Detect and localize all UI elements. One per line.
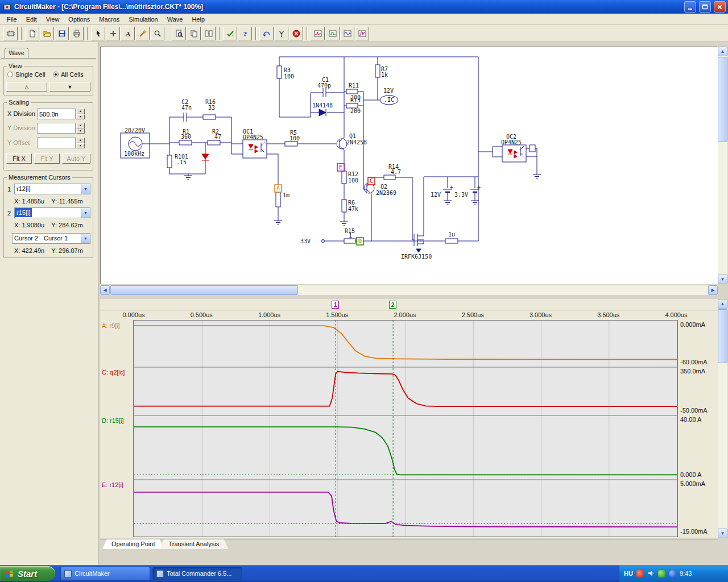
chevron-down-icon[interactable]: ▼	[81, 234, 90, 243]
cursor-difference-readout: X: 422.49n Y: 296.07m	[14, 247, 83, 254]
scroll-thumb[interactable]	[110, 285, 298, 295]
trace-label[interactable]: C: q2[ic]	[102, 369, 125, 376]
schematic-label: 1k	[381, 72, 388, 78]
zoom-tool-button[interactable]	[150, 27, 164, 40]
copy-button[interactable]	[187, 27, 201, 40]
minimize-button[interactable]	[684, 1, 696, 13]
time-axis: 0.000us0.500us1.000us1.500us2.000us2.500…	[100, 310, 718, 320]
tray-icon-red[interactable]	[636, 570, 644, 577]
schematic-label: R11	[349, 82, 359, 89]
scope-button-4[interactable]	[355, 27, 369, 40]
taskbar-task[interactable]: Total Commander 6.5...	[152, 567, 242, 580]
scroll-up-icon[interactable]: ▲	[718, 47, 727, 56]
tray-icon-green[interactable]	[658, 570, 665, 577]
taskbar-task[interactable]: CircuitMaker	[60, 567, 150, 580]
menu-edit[interactable]: Edit	[22, 15, 42, 24]
menu-wave[interactable]: Wave	[163, 15, 188, 24]
x-division-spinner[interactable]: ▴▾	[76, 109, 85, 119]
cursor-1-signal-combo[interactable]: r12[i] ▼	[14, 184, 90, 194]
volume-icon[interactable]	[647, 569, 655, 578]
scroll-right-icon[interactable]: ▶	[708, 285, 718, 295]
chevron-down-icon[interactable]: ▼	[81, 208, 90, 218]
trace-label[interactable]: D: r15[i]	[102, 417, 124, 424]
y-offset-label: Y Offset	[7, 139, 30, 146]
move-trace-up-button[interactable]: △	[6, 82, 47, 92]
cursor-flag-1[interactable]: 1	[332, 301, 339, 309]
chevron-down-icon[interactable]: ▼	[81, 184, 90, 194]
schematic-vscrollbar[interactable]: ▲ ▼	[718, 47, 727, 284]
scroll-left-icon[interactable]: ◀	[100, 285, 110, 295]
schematic-hscrollbar[interactable]: ◀ ▶	[100, 285, 718, 295]
scroll-thumb[interactable]	[718, 57, 727, 142]
scroll-thumb[interactable]	[718, 309, 727, 363]
circuit-button[interactable]	[3, 27, 18, 40]
y-offset-input[interactable]	[37, 138, 76, 148]
auto-y-button[interactable]: Auto Y	[62, 153, 90, 164]
menu-help[interactable]: Help	[187, 15, 209, 24]
menu-macros[interactable]: Macros	[94, 15, 124, 24]
open-button[interactable]	[40, 27, 54, 40]
menu-simulation[interactable]: Simulation	[124, 15, 162, 24]
spin-down-icon[interactable]: ▾	[76, 114, 85, 120]
task-label: Total Commander 6.5...	[167, 570, 231, 577]
menu-file[interactable]: File	[2, 15, 22, 24]
fit-y-button[interactable]: Fit Y	[34, 153, 60, 164]
tray-icon-ball[interactable]	[669, 570, 676, 577]
spin-up-icon[interactable]: ▴	[76, 138, 85, 143]
waveform-plot[interactable]	[134, 320, 677, 537]
move-trace-down-button[interactable]: ▼	[49, 82, 90, 92]
probe-tool-button[interactable]	[274, 27, 288, 40]
scope-button-3[interactable]	[340, 27, 354, 40]
trace-label[interactable]: E: r12[i]	[102, 481, 123, 488]
scroll-down-icon[interactable]: ▼	[718, 529, 727, 538]
cursor-difference-combo[interactable]: Cursor 2 - Cursor 1 ▼	[12, 233, 90, 244]
tab-wave[interactable]: Wave	[5, 48, 28, 58]
y-division-input[interactable]	[37, 123, 76, 134]
spin-up-icon[interactable]: ▴	[76, 123, 85, 128]
menu-view[interactable]: View	[42, 15, 64, 24]
menu-options[interactable]: Options	[64, 15, 94, 24]
x-division-input[interactable]	[37, 109, 76, 119]
new-button[interactable]	[25, 27, 39, 40]
undo-button[interactable]	[259, 27, 274, 40]
run-simulation-button[interactable]	[223, 27, 237, 40]
start-button[interactable]: Start	[0, 566, 55, 581]
language-indicator[interactable]: HU	[624, 570, 633, 577]
plus-tool-button[interactable]	[106, 27, 120, 40]
radio-single-cell[interactable]: Single Cell	[7, 71, 46, 78]
spin-up-icon[interactable]: ▴	[76, 109, 85, 114]
help-button[interactable]: ?	[238, 27, 252, 40]
text-tool-button[interactable]: A	[121, 27, 135, 40]
scroll-up-icon[interactable]: ▲	[718, 299, 727, 309]
scope-button-2[interactable]	[325, 27, 340, 40]
schematic-canvas[interactable]: -20/20V100kHzC247nR1633R1360R247R101.15O…	[100, 47, 718, 284]
tab-operating-point[interactable]: Operating Point	[102, 539, 164, 549]
y-offset-spinner[interactable]: ▴▾	[76, 138, 85, 148]
fit-x-button[interactable]: Fit X	[6, 153, 32, 164]
scroll-down-icon[interactable]: ▼	[718, 275, 727, 284]
schematic-label: 1N4148	[312, 102, 333, 109]
y-division-spinner[interactable]: ▴▾	[76, 123, 85, 134]
cursor-ruler[interactable]: 12	[100, 299, 718, 310]
measurement-cursors-label: Measurement Cursors	[7, 174, 72, 181]
cursor-2-signal-combo[interactable]: r15[i] ▼	[14, 207, 90, 218]
stop-simulation-button[interactable]	[289, 27, 303, 40]
wire-tool-button[interactable]	[135, 27, 150, 40]
tab-transient-analysis[interactable]: Transient Analysis	[159, 539, 228, 549]
maximize-button[interactable]	[699, 1, 711, 13]
spin-down-icon[interactable]: ▾	[76, 128, 85, 134]
close-button[interactable]	[714, 1, 726, 13]
scope-button-1[interactable]	[311, 27, 325, 40]
waveform-vscrollbar[interactable]: ▲ ▼	[718, 299, 727, 538]
schematic-label: 360	[181, 134, 191, 140]
spin-down-icon[interactable]: ▾	[76, 143, 85, 149]
radio-icon	[53, 72, 59, 77]
trace-label[interactable]: A: r9[i]	[102, 322, 120, 329]
radio-all-cells[interactable]: All Cells	[53, 71, 84, 78]
save-button[interactable]	[55, 27, 69, 40]
print-button[interactable]	[69, 27, 84, 40]
cursor-flag-2[interactable]: 2	[389, 301, 396, 309]
split-view-button[interactable]	[201, 27, 216, 40]
find-button[interactable]	[172, 27, 186, 40]
select-tool-button[interactable]	[91, 27, 105, 40]
